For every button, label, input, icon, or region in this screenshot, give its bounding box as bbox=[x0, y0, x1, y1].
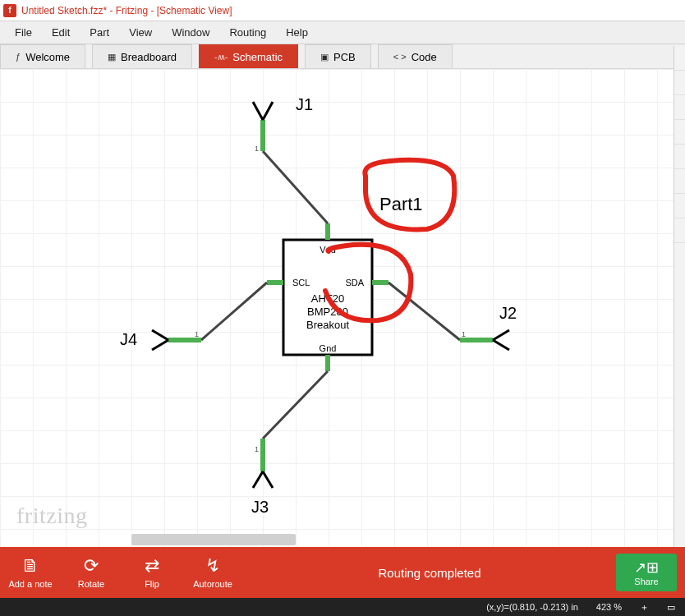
tab-pcb[interactable]: ▣ PCB bbox=[305, 44, 371, 68]
j2-arrow-b bbox=[493, 340, 509, 350]
tab-breadboard[interactable]: ▦ Breadboard bbox=[92, 44, 192, 68]
component-line3: Breakout bbox=[306, 319, 349, 331]
j1-pin1: 1 bbox=[255, 145, 259, 153]
j1-arrow-l bbox=[253, 102, 263, 120]
tool-flip-label: Flip bbox=[145, 579, 159, 589]
label-j4: J4 bbox=[120, 330, 137, 348]
label-j1: J1 bbox=[296, 95, 313, 113]
tab-schematic[interactable]: -ʍ- Schematic bbox=[199, 44, 298, 68]
pin-sda: SDA bbox=[345, 278, 364, 287]
j3-arrow-l bbox=[253, 471, 263, 488]
menu-routing[interactable]: Routing bbox=[219, 23, 276, 42]
horizontal-scrollbar[interactable] bbox=[131, 534, 296, 545]
schematic-canvas[interactable]: Vdd SCL SDA AHT20 BMP280 Breakout Gnd J1… bbox=[0, 69, 685, 547]
pin-scl: SCL bbox=[292, 278, 310, 287]
wire-j4-diag[interactable] bbox=[201, 283, 267, 340]
tool-flip[interactable]: ⇄ Flip bbox=[122, 555, 182, 590]
menu-view[interactable]: View bbox=[119, 23, 162, 42]
label-j3: J3 bbox=[251, 498, 269, 516]
pcb-icon: ▣ bbox=[320, 52, 329, 62]
view-tabs: ƒ Welcome ▦ Breadboard -ʍ- Schematic ▣ P… bbox=[0, 44, 685, 69]
tool-add-note[interactable]: 🗎 Add a note bbox=[0, 555, 61, 590]
rotate-icon: ⟳ bbox=[61, 555, 122, 577]
note-icon: 🗎 bbox=[0, 555, 61, 577]
side-panel-edge[interactable] bbox=[674, 46, 685, 547]
j2-arrow-t bbox=[493, 330, 509, 340]
j1-arrow-r bbox=[263, 102, 273, 120]
bottom-toolbar: 🗎 Add a note ⟳ Rotate ⇄ Flip ↯ Autoroute… bbox=[0, 547, 685, 598]
tool-autoroute[interactable]: ↯ Autoroute bbox=[182, 555, 243, 590]
tool-add-note-label: Add a note bbox=[8, 579, 52, 589]
share-button[interactable]: ↗⊞ Share bbox=[616, 554, 677, 591]
app-icon: f bbox=[3, 4, 16, 17]
fritzing-watermark: fritzing bbox=[16, 503, 87, 529]
pin-gnd: Gnd bbox=[320, 343, 337, 353]
tab-welcome-label: Welcome bbox=[25, 51, 70, 63]
j2-pin1: 1 bbox=[462, 330, 466, 338]
menu-window[interactable]: Window bbox=[162, 23, 219, 42]
schematic-svg: Vdd SCL SDA AHT20 BMP280 Breakout Gnd J1… bbox=[0, 69, 674, 537]
tab-schematic-label: Schematic bbox=[232, 51, 283, 63]
autoroute-icon: ↯ bbox=[182, 555, 243, 577]
tab-breadboard-label: Breadboard bbox=[121, 51, 177, 63]
label-j2: J2 bbox=[499, 304, 517, 322]
menu-help[interactable]: Help bbox=[276, 23, 318, 42]
tab-welcome[interactable]: ƒ Welcome bbox=[0, 44, 85, 68]
status-coords: (x,y)=(0.810, -0.213) in bbox=[481, 602, 583, 612]
tool-rotate[interactable]: ⟳ Rotate bbox=[61, 555, 122, 590]
tool-autoroute-label: Autoroute bbox=[193, 579, 232, 589]
j3-arrow-r bbox=[263, 471, 273, 488]
zoom-fit-icon[interactable]: ▭ bbox=[662, 602, 680, 613]
tab-code[interactable]: < > Code bbox=[378, 44, 453, 68]
j4-pin1: 1 bbox=[195, 330, 199, 338]
status-bar: (x,y)=(0.810, -0.213) in 423 % ＋ ▭ bbox=[0, 598, 685, 616]
welcome-icon: ƒ bbox=[16, 52, 21, 62]
tab-pcb-label: PCB bbox=[333, 51, 356, 63]
menu-edit[interactable]: Edit bbox=[42, 23, 80, 42]
tab-code-label: Code bbox=[411, 51, 437, 63]
window-title: Untitled Sketch.fzz* - Fritzing - [Schem… bbox=[21, 5, 232, 16]
j3-pin1: 1 bbox=[255, 445, 259, 453]
j4-arrow-b bbox=[152, 340, 168, 350]
flip-icon: ⇄ bbox=[122, 555, 182, 577]
code-icon: < > bbox=[393, 52, 407, 62]
wire-j3-diag[interactable] bbox=[263, 371, 328, 439]
menu-file[interactable]: File bbox=[5, 23, 42, 42]
wire-j1-diag[interactable] bbox=[263, 151, 328, 223]
menu-bar: File Edit Part View Window Routing Help bbox=[0, 21, 685, 44]
tool-rotate-label: Rotate bbox=[78, 579, 104, 589]
share-icon: ↗⊞ bbox=[634, 559, 659, 577]
menu-part[interactable]: Part bbox=[80, 23, 119, 42]
title-bar: f Untitled Sketch.fzz* - Fritzing - [Sch… bbox=[0, 0, 685, 21]
status-zoom: 423 % bbox=[591, 602, 627, 612]
share-button-label: Share bbox=[634, 577, 658, 586]
annotation-label-part1: Part1 bbox=[379, 194, 423, 214]
routing-status: Routing completed bbox=[243, 566, 616, 580]
breadboard-icon: ▦ bbox=[108, 52, 116, 62]
j4-arrow-t bbox=[152, 330, 168, 340]
schematic-icon: -ʍ- bbox=[214, 52, 228, 62]
zoom-in-icon[interactable]: ＋ bbox=[635, 601, 654, 614]
